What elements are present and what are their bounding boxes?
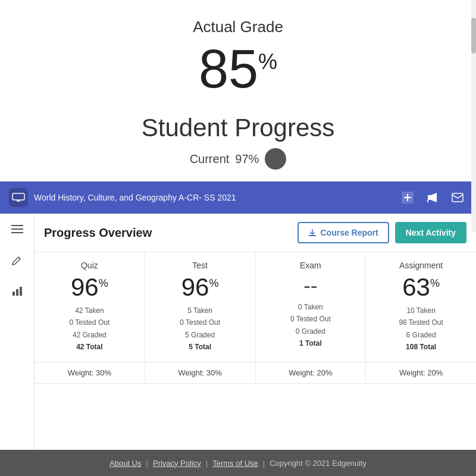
student-progress-label: Student Progress	[12, 114, 464, 142]
test-grade: 96%	[151, 275, 249, 300]
assignment-weight: Weight: 20%	[366, 362, 476, 383]
exam-header: Exam	[262, 261, 360, 270]
test-stats: 5 Taken 0 Tested Out 5 Graded 5 Total	[151, 305, 249, 353]
quiz-grade: 96%	[40, 275, 139, 300]
scrollbar-thumb[interactable]	[471, 18, 476, 54]
footer-divider-2: |	[206, 459, 208, 468]
add-icon-btn[interactable]	[398, 188, 417, 207]
assignment-stats: 10 Taken 98 Tested Out 6 Graded 108 Tota…	[372, 305, 470, 353]
current-section: Current 97%	[12, 148, 464, 170]
current-value: 97%	[235, 152, 259, 166]
progress-panel: Progress Overview Course Report Next Act…	[35, 214, 476, 471]
svg-marker-7	[431, 193, 437, 202]
grade-col-test: Test 96% 5 Taken 0 Tested Out 5 Graded 5…	[145, 252, 256, 362]
weight-row: Weight: 30% Weight: 30% Weight: 20% Weig…	[35, 362, 476, 384]
main-content: Progress Overview Course Report Next Act…	[0, 214, 476, 471]
header-buttons: Course Report Next Activity	[298, 222, 466, 243]
svg-rect-13	[12, 292, 15, 296]
test-header: Test	[151, 261, 249, 270]
copyright-text: Copyright © 2021 Edgenuity	[270, 459, 367, 468]
grade-columns: Quiz 96% 42 Taken 0 Tested Out 42 Graded…	[35, 252, 476, 362]
quiz-stats: 42 Taken 0 Tested Out 42 Graded 42 Total	[40, 305, 139, 353]
about-us-link[interactable]: About Us	[109, 459, 141, 468]
sidebar-edit-icon[interactable]	[8, 250, 27, 270]
current-label: Current	[190, 152, 230, 166]
svg-rect-15	[20, 287, 22, 296]
progress-title: Progress Overview	[44, 226, 152, 240]
actual-grade-value: 85%	[12, 42, 464, 96]
sidebar	[0, 214, 35, 471]
sidebar-chart-icon[interactable]	[8, 281, 27, 300]
progress-header: Progress Overview Course Report Next Act…	[35, 214, 476, 252]
quiz-weight: Weight: 30%	[35, 362, 145, 383]
grade-col-exam: Exam -- 0 Taken 0 Tested Out 0 Graded 1 …	[256, 252, 367, 362]
svg-rect-9	[452, 193, 463, 202]
nav-bar: World History, Culture, and Geography A-…	[0, 181, 476, 214]
scrollbar[interactable]	[471, 0, 476, 232]
grade-col-quiz: Quiz 96% 42 Taken 0 Tested Out 42 Graded…	[35, 252, 145, 362]
quiz-header: Quiz	[40, 261, 139, 270]
test-weight: Weight: 30%	[145, 362, 256, 383]
footer-divider-3: |	[263, 459, 265, 468]
exam-stats: 0 Taken 0 Tested Out 0 Graded 1 Total	[262, 301, 360, 350]
assignment-grade: 63%	[372, 275, 470, 300]
exam-weight: Weight: 20%	[256, 362, 367, 383]
nav-bar-title: World History, Culture, and Geography A-…	[34, 193, 392, 202]
footer: About Us | Privacy Policy | Terms of Use…	[0, 450, 476, 476]
svg-marker-6	[428, 195, 431, 200]
actual-grade-label: Actual Grade	[12, 18, 464, 36]
terms-of-use-link[interactable]: Terms of Use	[212, 459, 258, 468]
screen-icon[interactable]	[9, 188, 28, 207]
nav-bar-actions	[398, 188, 467, 207]
svg-rect-16	[309, 235, 316, 236]
privacy-policy-link[interactable]: Privacy Policy	[153, 459, 201, 468]
exam-grade: --	[262, 275, 360, 296]
svg-rect-0	[12, 193, 24, 200]
svg-rect-14	[16, 289, 18, 296]
course-report-button[interactable]: Course Report	[298, 222, 389, 243]
assignment-header: Assignment	[372, 261, 470, 270]
mail-icon-btn[interactable]	[448, 188, 467, 207]
sidebar-menu-icon[interactable]	[8, 220, 27, 239]
footer-divider-1: |	[146, 459, 148, 468]
next-activity-button[interactable]: Next Activity	[395, 222, 466, 243]
current-avatar	[265, 148, 286, 170]
megaphone-icon-btn[interactable]	[423, 188, 442, 207]
top-section: Actual Grade 85% Student Progress Curren…	[0, 0, 476, 181]
grade-col-assignment: Assignment 63% 10 Taken 98 Tested Out 6 …	[366, 252, 476, 362]
